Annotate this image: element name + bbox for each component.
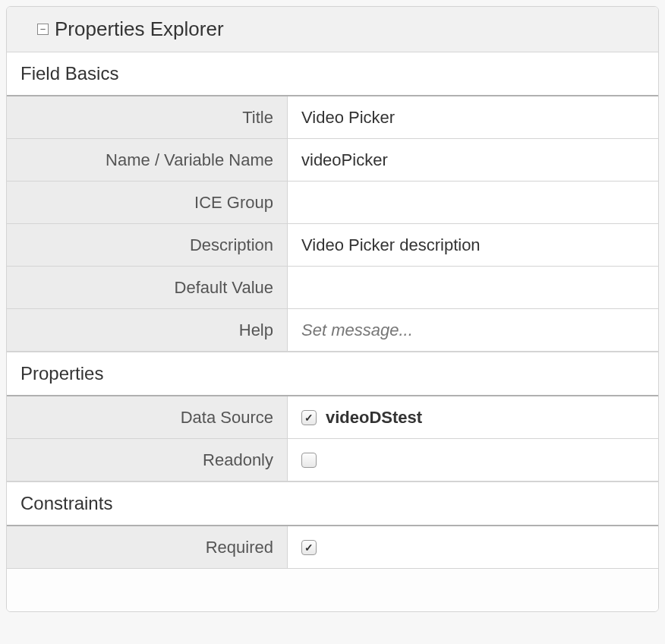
section-properties-header: Properties xyxy=(7,352,658,396)
section-constraints-header: Constraints xyxy=(7,481,658,526)
row-default-value: Default Value xyxy=(7,267,658,309)
row-title: Title Video Picker xyxy=(7,96,658,139)
properties-explorer-panel: − Properties Explorer Field Basics Title… xyxy=(6,6,659,612)
blank-footer xyxy=(7,569,658,611)
checkbox-data-source[interactable] xyxy=(301,410,317,425)
value-help[interactable]: Set message... xyxy=(288,309,658,351)
row-ice-group: ICE Group xyxy=(7,182,658,224)
label-readonly: Readonly xyxy=(7,439,288,481)
row-help: Help Set message... xyxy=(7,309,658,352)
value-readonly xyxy=(288,439,658,481)
label-description: Description xyxy=(7,224,288,266)
label-ice-group: ICE Group xyxy=(7,182,288,223)
value-description[interactable]: Video Picker description xyxy=(288,224,658,266)
value-title[interactable]: Video Picker xyxy=(288,96,658,138)
row-description: Description Video Picker description xyxy=(7,224,658,267)
row-data-source: Data Source videoDStest xyxy=(7,396,658,439)
value-data-source: videoDStest xyxy=(288,396,658,438)
label-title: Title xyxy=(7,96,288,138)
label-name: Name / Variable Name xyxy=(7,139,288,181)
value-default-value[interactable] xyxy=(288,267,658,308)
checkbox-readonly[interactable] xyxy=(301,453,317,468)
panel-title: Properties Explorer xyxy=(55,17,224,41)
label-data-source: Data Source xyxy=(7,396,288,438)
section-field-basics-header: Field Basics xyxy=(7,52,658,96)
checkbox-required[interactable] xyxy=(301,540,317,555)
label-required: Required xyxy=(7,526,288,568)
panel-header: − Properties Explorer xyxy=(7,7,658,52)
value-ice-group[interactable] xyxy=(288,182,658,223)
row-required: Required xyxy=(7,526,658,569)
collapse-icon[interactable]: − xyxy=(37,24,49,35)
row-name: Name / Variable Name videoPicker xyxy=(7,139,658,182)
value-name[interactable]: videoPicker xyxy=(288,139,658,181)
label-help: Help xyxy=(7,309,288,351)
value-required xyxy=(288,526,658,568)
label-default-value: Default Value xyxy=(7,267,288,308)
data-source-name: videoDStest xyxy=(326,408,422,428)
help-placeholder: Set message... xyxy=(301,320,413,340)
row-readonly: Readonly xyxy=(7,439,658,481)
